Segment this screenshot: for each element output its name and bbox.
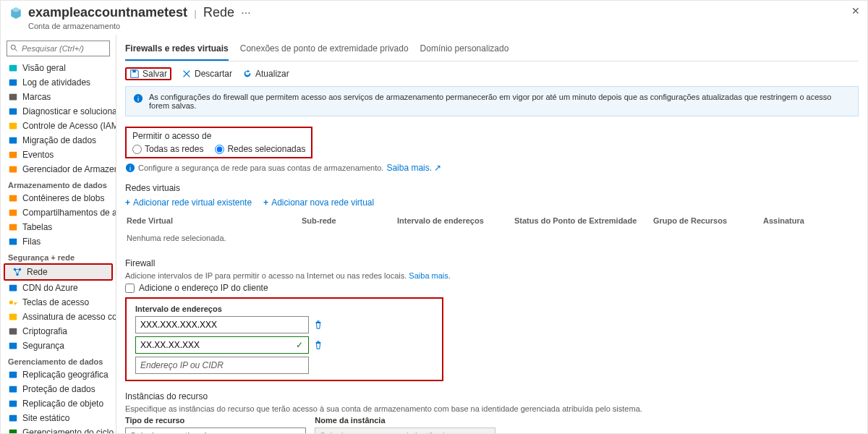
sidebar-item-label: Controle de Acesso (IAM)	[22, 121, 116, 131]
sidebar-item-sec[interactable]: Segurança	[1, 339, 116, 353]
instances-col1: Tipo de recurso	[125, 416, 184, 425]
ip-input-2[interactable]	[135, 336, 309, 354]
sidebar-item-label: Marcas	[22, 92, 51, 102]
resource-name: exampleaccountnametest	[28, 5, 187, 20]
ip-range-box: Intervalo de endereços ✓	[125, 297, 443, 381]
tab[interactable]: Conexões de ponto de extremidade privado	[240, 38, 409, 61]
sidebar-item-label: Tabelas	[22, 222, 52, 232]
search-input[interactable]	[7, 41, 110, 56]
ip-input-new[interactable]	[135, 357, 309, 374]
more-actions-icon[interactable]: ···	[241, 7, 250, 19]
resource-type-select[interactable]: Selecione um tipo de recurso▾	[125, 427, 306, 434]
sidebar-item-label: Filas	[22, 237, 41, 247]
sidebar-item-web[interactable]: Site estático	[1, 411, 116, 425]
check-icon: ✓	[296, 340, 303, 350]
tag-icon	[8, 92, 18, 102]
tab[interactable]: Domínio personalizado	[420, 38, 509, 61]
enc-icon	[8, 326, 18, 336]
radio-all-networks[interactable]: Todas as redes	[132, 144, 203, 154]
trash-icon[interactable]	[313, 320, 323, 330]
sidebar-item-event[interactable]: Eventos	[1, 148, 116, 162]
sidebar-item-sas[interactable]: Assinatura de acesso compartilhado	[1, 310, 116, 324]
sidebar-item-queue[interactable]: Filas	[1, 234, 116, 249]
vnet-heading: Redes virtuais	[125, 183, 859, 193]
sidebar-search[interactable]	[7, 41, 110, 56]
sidebar-item-table[interactable]: Tabelas	[1, 220, 116, 234]
tab[interactable]: Firewalls e redes virtuais	[125, 38, 229, 61]
access-heading: Permitir o acesso de	[132, 131, 305, 141]
page-title: Rede	[203, 5, 234, 20]
discard-button[interactable]: Descartar	[182, 69, 232, 79]
table-icon	[8, 222, 18, 232]
sidebar-item-label: Segurança	[22, 341, 64, 351]
add-new-vnet-link[interactable]: +Adicionar nova rede virtual	[263, 197, 374, 208]
cdn-icon	[8, 283, 18, 293]
radio-selected-networks[interactable]: Redes selecionadas	[215, 144, 305, 154]
add-client-ip-checkbox[interactable]: Adicione o endereço IP do cliente	[125, 283, 859, 293]
blade-header: exampleaccountnametest | Rede ··· Conta …	[1, 1, 867, 35]
refresh-button[interactable]: Atualizar	[242, 69, 289, 79]
sidebar-item-migrate[interactable]: Migração de dados	[1, 133, 116, 148]
sidebar-item-label: Contêineres de blobs	[22, 193, 104, 203]
ip-input-1[interactable]	[135, 316, 309, 333]
th-subnet: Sub-rede	[302, 213, 396, 228]
sidebar-item-life[interactable]: Gerenciamento do ciclo de vida	[1, 425, 116, 434]
search-icon	[9, 43, 18, 52]
add-existing-vnet-link[interactable]: +Adicionar rede virtual existente	[125, 197, 252, 208]
sidebar-item-label: CDN do Azure	[22, 283, 78, 293]
th-vnet: Rede Virtual	[127, 213, 300, 228]
sidebar-item-network[interactable]: Rede	[5, 265, 111, 279]
sidebar-item-label: Teclas de acesso	[22, 297, 89, 307]
th-rg: Grupo de Recursos	[653, 213, 762, 228]
sidebar-item-obj[interactable]: Replicação de objeto	[1, 396, 116, 411]
sidebar-item-iam[interactable]: Controle de Acesso (IAM)	[1, 119, 116, 133]
file-icon	[8, 208, 18, 218]
sidebar-item-label: Gerenciamento do ciclo de vida	[22, 427, 116, 434]
sidebar-item-label: Assinatura de acesso compartilhado	[22, 312, 116, 322]
learn-more-link[interactable]: Saiba mais. ↗	[386, 163, 441, 173]
sidebar-item-cube[interactable]: Visão geral	[1, 61, 116, 75]
sidebar-item-cdn[interactable]: CDN do Azure	[1, 281, 116, 295]
sidebar-item-label: Diagnosticar e solucionar problemas	[22, 106, 116, 116]
resource-icon	[9, 7, 22, 20]
sidebar-item-tag[interactable]: Marcas	[1, 90, 116, 104]
info-icon	[133, 93, 143, 103]
info-icon	[125, 163, 135, 173]
instance-name-select: Selecionar uma ou mais instâncias▾	[315, 427, 495, 434]
sidebar-item-key[interactable]: Teclas de acesso	[1, 295, 116, 310]
network-icon	[12, 267, 22, 277]
web-icon	[8, 413, 18, 423]
th-status: Status do Ponto de Extremidade	[514, 213, 652, 228]
sidebar-item-log[interactable]: Log de atividades	[1, 75, 116, 90]
sidebar-item-protect[interactable]: Proteção de dados	[1, 382, 116, 396]
sidebar-item-label: Visão geral	[22, 63, 66, 73]
sidebar-item-diag[interactable]: Diagnosticar e solucionar problemas	[1, 104, 116, 119]
content-area: Firewalls e redes virtuaisConexões de po…	[116, 35, 867, 434]
sidebar-item-geo[interactable]: Replicação geográfica	[1, 367, 116, 382]
th-sub: Assinatura	[763, 213, 857, 228]
save-button[interactable]: Salvar	[129, 69, 167, 79]
sidebar-item-enc[interactable]: Criptografia	[1, 324, 116, 339]
range-label: Intervalo de endereços	[135, 305, 433, 313]
life-icon	[8, 427, 18, 434]
sas-icon	[8, 312, 18, 322]
instances-heading: Instâncias do recurso	[125, 391, 859, 401]
geo-icon	[8, 370, 18, 380]
sidebar-group-security: Segurança + rede	[1, 249, 116, 263]
sidebar-item-file[interactable]: Compartilhamentos de arquivo	[1, 205, 116, 220]
sidebar-item-label: Compartilhamentos de arquivo	[22, 208, 116, 218]
sec-icon	[8, 341, 18, 351]
sidebar-item-label: Rede	[27, 267, 48, 277]
firewall-learn-link[interactable]: Saiba mais.	[409, 271, 450, 280]
sidebar-item-explorer[interactable]: Gerenciador de Armazenamento (versão pré…	[1, 162, 116, 176]
tab-bar: Firewalls e redes virtuaisConexões de po…	[125, 38, 859, 61]
sidebar-item-blob[interactable]: Contêineres de blobs	[1, 191, 116, 205]
info-banner: As configurações do firewall que permite…	[125, 86, 859, 116]
migrate-icon	[8, 135, 18, 145]
sidebar-item-label: Log de atividades	[22, 77, 90, 88]
resource-type: Conta de armazenamento	[28, 22, 251, 30]
instances-desc: Especifique as instâncias do recurso que…	[125, 404, 859, 413]
trash-icon[interactable]	[313, 340, 323, 350]
close-icon[interactable]: ✕	[851, 5, 860, 17]
sidebar: Visão geralLog de atividadesMarcasDiagno…	[1, 35, 116, 434]
